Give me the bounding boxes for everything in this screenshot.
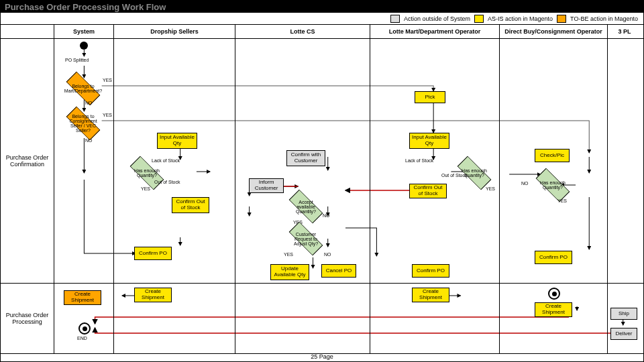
rowhead-confirm: Purchase Order Confirmation — [1, 39, 54, 283]
deliver: Deliver — [610, 328, 637, 340]
pick: Pick — [415, 91, 445, 103]
confirm-with-customer: Confirm with Customer — [286, 150, 325, 166]
check-pic: Check/Pic — [535, 149, 570, 162]
legend-swatch-yellow — [474, 15, 484, 23]
yes-3: YES — [141, 186, 150, 191]
lane-system: System — [54, 25, 113, 38]
lane-header-row: System Dropship Sellers Lotte CS Lotte M… — [1, 25, 643, 39]
create-shipment-mart: Create Shipment — [412, 288, 449, 302]
po-splitted-label: PO Splitted — [65, 58, 89, 62]
decision-belongs-consign: Belongs to Consignment Seller / VEC Sell… — [66, 111, 100, 135]
lane-lotte-mart: Lotte Mart/Department Operator — [370, 25, 499, 38]
row-po-confirmation: Purchase Order Confirmation — [1, 39, 643, 284]
cancel-po: Cancel PO — [321, 264, 356, 278]
start-node — [80, 42, 88, 50]
end-node — [78, 322, 91, 335]
merge-node — [548, 288, 560, 300]
yes-2: YES — [103, 113, 112, 117]
legend-swatch-orange — [557, 15, 566, 23]
confirm-out-mart: Confirm Out of Stock — [409, 184, 447, 198]
yes-7: YES — [557, 198, 567, 203]
confirm-out-dropship: Confirm Out of Stock — [172, 197, 209, 213]
title-bar: Purchase Order Processing Work Flow — [1, 1, 643, 13]
create-shipment-system: Create Shipment — [64, 290, 101, 305]
input-qty-mart: Input Available Qty — [409, 133, 449, 149]
end-label: END — [77, 336, 87, 341]
inform-customer: Inform Customer — [249, 178, 284, 193]
yes-1: YES — [103, 78, 112, 82]
out-stock-1: Out of Stock — [154, 180, 180, 184]
legend-label-b: AS-IS action in Magento — [488, 15, 553, 22]
decision-belongs-mart: Belongs to Mart/Department? — [66, 76, 100, 101]
accept-quantity: Accept available Quantity? — [289, 194, 323, 219]
ship: Ship — [610, 308, 637, 320]
confirm-po-mart: Confirm PO — [412, 264, 449, 278]
confirm-po-dropship: Confirm PO — [134, 247, 172, 260]
create-shipment-direct: Create Shipment — [535, 302, 572, 317]
no-2: NO — [85, 138, 93, 143]
legend-swatch-gray — [390, 15, 400, 23]
input-qty-dropship: Input Available Qty — [157, 133, 197, 149]
no-5: NO — [521, 181, 529, 186]
no-1: NO — [85, 101, 93, 105]
yes-5: YES — [284, 252, 293, 257]
no-4: NO — [324, 252, 331, 257]
row-po-processing: Purchase Order Processing Create Shipmen… — [1, 284, 643, 354]
lane-direct-buy: Direct Buy/Consignment Operator — [500, 25, 607, 38]
has-enough-direct: Has enough Quantity? — [536, 173, 570, 197]
lack-stock-2: Lack of Stock — [405, 158, 433, 163]
title: Purchase Order Processing Work Flow — [5, 2, 166, 12]
lane-lotte-cs: Lotte CS — [235, 25, 370, 38]
cust-request-adjust: Customer Request to Adjust Qty? — [289, 227, 323, 251]
update-qty: Update Available Qty — [270, 264, 309, 280]
yes-6: YES — [486, 186, 495, 191]
has-enough-mart: Has enough Quantity? — [458, 161, 491, 185]
create-shipment-dropship: Create Shipment — [134, 288, 172, 302]
no-3: NO — [323, 213, 330, 218]
legend-label-a: Action outside of System — [404, 15, 470, 22]
legend-label-c: TO-BE action in Magento — [570, 15, 638, 22]
page-number: 25 Page — [311, 353, 333, 360]
workflow-diagram: Purchase Order Processing Work Flow Acti… — [0, 0, 644, 362]
rowhead-process: Purchase Order Processing — [1, 284, 54, 353]
legend: Action outside of System AS-IS action in… — [1, 13, 643, 25]
confirm-po-direct: Confirm PO — [535, 251, 572, 264]
lane-3pl: 3 PL — [608, 25, 641, 38]
corner-cell — [1, 25, 54, 38]
lane-dropship: Dropship Sellers — [114, 25, 235, 38]
